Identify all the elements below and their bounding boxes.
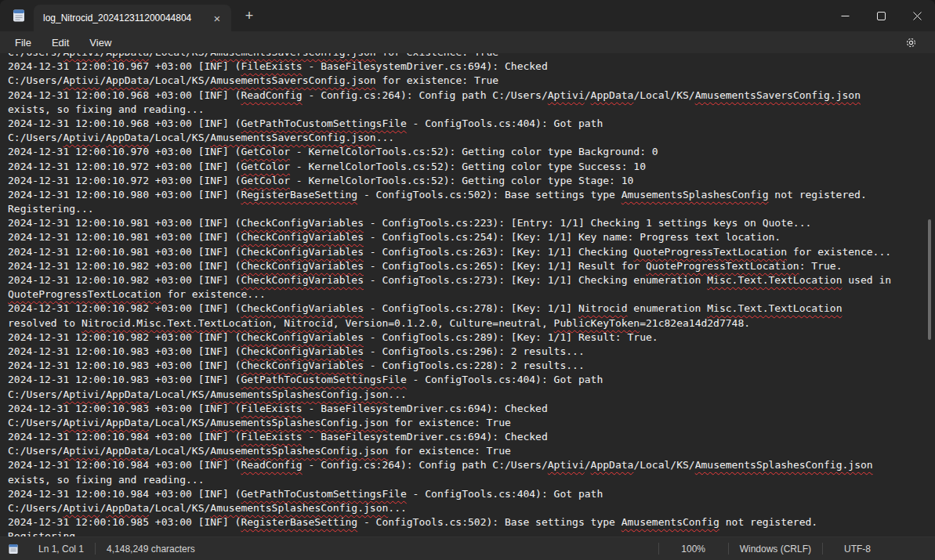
status-character-count: 4,148,249 characters <box>96 544 206 555</box>
close-icon <box>913 12 922 20</box>
misspelled-word: CheckConfigVariables <box>241 260 364 272</box>
misspelled-word: FileExists <box>241 431 302 443</box>
misspelled-word: AmusementsSplashesConfig.json <box>210 417 388 428</box>
misspelled-word: CheckConfigVariables <box>241 217 364 229</box>
log-line: 2024-12-31 12:00:10.982 +03:00 [INF] (Ch… <box>8 259 935 273</box>
misspelled-word: AppData <box>106 445 149 457</box>
log-line: 2024-12-31 12:00:10.985 +03:00 [INF] (Re… <box>8 515 935 529</box>
misspelled-word: Misc.Text.TextLocation <box>707 274 842 286</box>
menu-file[interactable]: File <box>5 34 42 52</box>
tab-close-icon[interactable]: × <box>209 10 225 26</box>
misspelled-word: AmusementsSaversConfig.json <box>210 53 375 58</box>
log-line: 2024-12-31 12:00:10.984 +03:00 [INF] (Re… <box>8 458 935 472</box>
notepad-window: log_Nitrocid_202412311200044804 × + <box>0 0 935 560</box>
misspelled-word: Aptivi <box>63 388 100 400</box>
misspelled-word: CheckConfigVariables <box>241 231 364 243</box>
misspelled-word: Nitrocid <box>284 317 333 329</box>
titlebar: log_Nitrocid_202412311200044804 × + <box>0 0 935 31</box>
misspelled-word: CheckConfigVariables <box>241 345 364 357</box>
tab-title: log_Nitrocid_202412311200044804 <box>43 13 201 23</box>
misspelled-word: AmusementsSplashesConfig.json <box>210 445 388 457</box>
log-line: 2024-12-31 12:00:10.984 +03:00 [INF] (Ge… <box>8 487 935 501</box>
gear-icon <box>905 37 917 49</box>
log-line: 2024-12-31 12:00:10.983 +03:00 [INF] (Fi… <box>8 402 935 416</box>
misspelled-word: AppData <box>591 459 634 471</box>
misspelled-word: AppData <box>106 53 149 58</box>
misspelled-word: Aptivi <box>63 502 100 514</box>
log-line: 2024-12-31 12:00:10.981 +03:00 [INF] (Ch… <box>8 245 935 259</box>
plus-icon: + <box>245 9 254 23</box>
misspelled-word: FileExists <box>241 403 302 414</box>
misspelled-word: RegisterBaseSetting <box>241 516 357 528</box>
notepad-app-icon <box>11 8 27 23</box>
misspelled-word: AppData <box>106 74 149 86</box>
statusbar-right: 100% Windows (CRLF) UTF-8 <box>658 543 892 555</box>
log-line: resolved to Nitrocid.Misc.Text.TextLocat… <box>8 316 935 331</box>
log-line: 2024-12-31 12:00:10.982 +03:00 [INF] (Ch… <box>8 273 935 287</box>
misspelled-word: GetColor <box>241 161 290 172</box>
status-line-ending: Windows (CRLF) <box>729 544 822 555</box>
log-line: 2024-12-31 12:00:10.972 +03:00 [INF] (Ge… <box>8 174 935 188</box>
misspelled-word: AppData <box>106 502 149 514</box>
settings-button[interactable] <box>897 33 924 52</box>
scrollbar-thumb[interactable] <box>928 219 931 340</box>
log-line: C:/Users/Aptivi/AppData/Local/KS/Amuseme… <box>8 53 935 60</box>
misspelled-word: Aptivi <box>63 74 100 86</box>
status-zoom: 100% <box>659 544 728 555</box>
misspelled-word: AmusementsSaversConfig.json <box>210 132 375 143</box>
menu-edit[interactable]: Edit <box>42 34 79 52</box>
maximize-button[interactable] <box>863 0 899 31</box>
misspelled-word: CheckConfigVariables <box>241 302 364 314</box>
misspelled-word: Aptivi <box>548 89 585 101</box>
log-line: 2024-12-31 12:00:10.981 +03:00 [INF] (Ch… <box>8 216 935 230</box>
log-line: exists, so fixing and reading... <box>8 473 935 487</box>
misspelled-word: Aptivi <box>63 132 100 143</box>
misspelled-word: AmusementsSaversConfig.json <box>210 74 375 86</box>
misspelled-word: ReadConfig <box>241 459 302 471</box>
misspelled-word: QuoteProgressTextLocation <box>646 260 799 272</box>
log-line: Registering... <box>8 202 935 216</box>
menu-view[interactable]: View <box>79 34 121 52</box>
log-line: 2024-12-31 12:00:10.968 +03:00 [INF] (Re… <box>8 89 935 103</box>
misspelled-word: Nitrocid <box>578 302 628 314</box>
log-line: 2024-12-31 12:00:10.983 +03:00 [INF] (Ch… <box>8 359 935 373</box>
new-tab-button[interactable]: + <box>239 5 259 26</box>
misspelled-word: CheckConfigVariables <box>241 331 364 343</box>
misspelled-word: PublicKeyToken <box>554 317 640 329</box>
menubar: File Edit View <box>0 31 935 53</box>
status-cursor-position: Ln 1, Col 1 <box>27 544 95 555</box>
log-line: 2024-12-31 12:00:10.980 +03:00 [INF] (Re… <box>8 188 935 202</box>
minimize-button[interactable] <box>827 0 863 31</box>
misspelled-word: AmusementsSplashesConfig.json <box>695 459 873 471</box>
log-line: 2024-12-31 12:00:10.967 +03:00 [INF] (Fi… <box>8 60 935 74</box>
file-tab[interactable]: log_Nitrocid_202412311200044804 × <box>34 5 231 31</box>
log-line: 2024-12-31 12:00:10.968 +03:00 [INF] (Ge… <box>8 117 935 131</box>
misspelled-word: QuoteProgressTextLocation <box>633 246 787 258</box>
log-line: 2024-12-31 12:00:10.981 +03:00 [INF] (Ch… <box>8 230 935 244</box>
log-line: 2024-12-31 12:00:10.982 +03:00 [INF] (Ch… <box>8 331 935 345</box>
editor[interactable]: C:/Users/Aptivi/AppData/Local/KS/Amuseme… <box>0 53 935 537</box>
close-button[interactable] <box>899 0 935 31</box>
misspelled-word: AppData <box>106 388 149 400</box>
log-line: Registering... <box>8 529 935 537</box>
log-line: 2024-12-31 12:00:10.983 +03:00 [INF] (Ge… <box>8 373 935 387</box>
misspelled-word: AmusementsSaversConfig.json <box>695 89 861 101</box>
status-doc-icon <box>7 543 20 555</box>
minimize-icon <box>841 12 850 20</box>
log-line: C:/Users/Aptivi/AppData/Local/KS/Amuseme… <box>8 444 935 458</box>
vertical-scrollbar[interactable] <box>924 53 935 537</box>
misspelled-word: FileExists <box>241 60 302 72</box>
log-line: QuoteProgressTextLocation for existence.… <box>8 287 935 302</box>
misspelled-word: Aptivi <box>63 53 100 58</box>
misspelled-word: QuoteProgressTextLocation <box>8 288 161 300</box>
window-controls <box>827 0 935 31</box>
misspelled-word: AmusementsConfig <box>622 516 719 528</box>
misspelled-word: GetPathToCustomSettingsFile <box>241 374 406 385</box>
misspelled-word: CheckConfigVariables <box>241 246 364 258</box>
misspelled-word: CheckConfigVariables <box>241 274 364 286</box>
misspelled-word: GetPathToCustomSettingsFile <box>241 117 406 129</box>
misspelled-word: AmusementsSplashesConfig.json <box>210 502 388 514</box>
maximize-icon <box>877 12 886 20</box>
misspelled-word: GetColor <box>241 146 290 157</box>
misspelled-word: RegisterBaseSetting <box>241 189 357 201</box>
